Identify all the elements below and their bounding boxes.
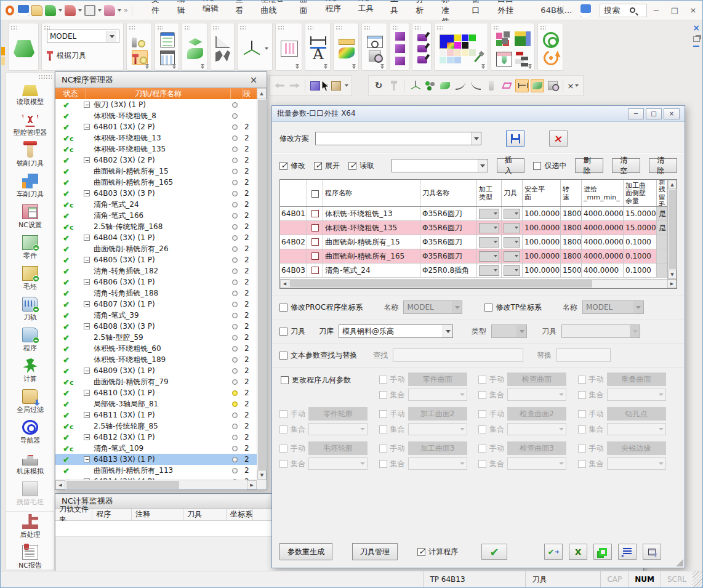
program-tree-row[interactable]: 64B06 (3X) (1 P) 2 (55, 276, 257, 288)
dropdown-arrow-icon[interactable] (118, 9, 121, 12)
distance-measure-icon[interactable] (310, 36, 326, 45)
list-up-button[interactable] (643, 544, 661, 560)
pm-titlebar[interactable]: NC程序管理器 × (55, 72, 267, 88)
bulb-icon[interactable] (232, 268, 244, 274)
table-scroll-down-icon[interactable]: ▼ (668, 270, 677, 279)
expander-icon[interactable] (84, 456, 90, 462)
bulb-icon[interactable] (232, 191, 244, 196)
purple-tool2-icon[interactable] (417, 45, 427, 52)
program-tree-row[interactable]: 局部铣-3轴局部_81 2 (55, 398, 257, 409)
program-tree-row[interactable]: 2.5轴-型腔_59 2 (55, 332, 257, 343)
pm-close-icon[interactable]: × (247, 75, 260, 86)
scheme-combobox[interactable] (315, 132, 481, 145)
set-checkbox[interactable]: 集合 (279, 459, 305, 469)
program-tree-row[interactable]: c 清角-笔式_109 2 (55, 443, 257, 454)
ruler-measure-icon[interactable] (339, 39, 355, 45)
dropdown-arrow-icon[interactable] (265, 47, 268, 50)
clear-button[interactable]: 清除 (649, 158, 677, 173)
pm-scroll-down-icon[interactable]: ▼ (257, 470, 267, 480)
program-tree-row[interactable]: c 2.5轴-传统轮廓_168 2 (55, 221, 257, 232)
geometry-button[interactable]: 重叠曲面 (607, 373, 666, 386)
monitor-column-header[interactable]: 刀具 (183, 509, 227, 520)
pm-scroll-up-icon[interactable]: ▲ (257, 88, 267, 99)
sidebar-item[interactable]: 残留毛坯 (6, 479, 54, 510)
bulb-icon[interactable] (232, 113, 244, 119)
bulb-icon[interactable] (232, 158, 244, 163)
cutter-select[interactable] (504, 251, 520, 262)
dialog-titlebar[interactable]: 批量参数-口口外挂 X64 − □ × (272, 106, 685, 122)
rainbow-analysis-icon[interactable] (339, 47, 355, 58)
program-tree-row[interactable]: 体积铣-环绕粗铣_189 2 (55, 354, 257, 365)
header-feed[interactable]: 进给 _mm_min_ (582, 180, 624, 206)
table-scroll-right-icon[interactable]: ▶ (667, 280, 677, 288)
expander-icon[interactable] (84, 434, 90, 440)
save-scheme-button[interactable] (506, 131, 524, 147)
table-scroll-left-icon[interactable]: ◀ (280, 280, 289, 288)
find-window-icon[interactable] (367, 36, 383, 48)
pm-resize-grip[interactable] (257, 480, 267, 489)
geometry-button[interactable]: 毛坯轮廓 (308, 441, 368, 455)
overflow-chevron-icon[interactable]: » (124, 6, 128, 14)
program-tree-row[interactable]: 64B09 (3X) (1 P) 2 (55, 365, 257, 376)
cutter-select[interactable] (504, 265, 520, 276)
program-tree-row[interactable]: 曲面铣削-精铣所有_113 2 (55, 465, 257, 476)
confirm-button[interactable]: ✔ (481, 544, 507, 560)
text-annotation-icon[interactable]: A (313, 47, 323, 61)
app-badge-icon[interactable] (580, 4, 591, 17)
csys-axes-icon[interactable] (243, 39, 261, 58)
current-color-swatch[interactable] (440, 34, 454, 49)
tool-pink-icon[interactable] (104, 5, 115, 16)
refresh-icon[interactable]: ↻ (372, 79, 385, 92)
geometry-button[interactable]: 加工曲面2 (408, 407, 467, 421)
row-checkbox[interactable] (307, 264, 323, 277)
geometry-button[interactable]: 加工曲面3 (408, 441, 467, 455)
header-stock[interactable]: 加工曲 面侧壁 余量 (624, 180, 657, 206)
tool-name-combobox[interactable] (561, 324, 640, 338)
surface-filter-icon[interactable] (438, 79, 452, 92)
program-tree-row[interactable]: 64B05 (3X) (1 P) 2 (55, 254, 257, 265)
cutter-select[interactable] (504, 223, 520, 233)
set-checkbox[interactable]: 集合 (279, 424, 305, 435)
sidebar-item[interactable]: 计算 (6, 356, 54, 387)
set-checkbox[interactable]: 集合 (478, 390, 504, 400)
tool-filter-icon[interactable] (484, 79, 498, 92)
monitor-column-header[interactable]: 刀轨文件夹 (55, 509, 92, 520)
manual-checkbox[interactable]: 手动 (478, 409, 504, 419)
find-replace-checkbox[interactable]: 文本参数查找与替换 (279, 350, 357, 361)
set-select[interactable] (507, 423, 566, 435)
insert-button[interactable]: 插入 (497, 158, 525, 173)
visibility-filter-icon[interactable] (531, 79, 544, 92)
back-icon[interactable] (273, 79, 286, 92)
bulb-icon[interactable] (232, 435, 244, 440)
manual-checkbox[interactable]: 手动 (379, 374, 405, 385)
find-input[interactable] (393, 348, 523, 362)
solid-filter-icon[interactable] (546, 79, 560, 92)
dropdown-arrow-icon[interactable] (58, 9, 62, 12)
curve2-filter-icon[interactable] (469, 79, 483, 92)
expander-icon[interactable] (84, 235, 90, 241)
modify-proc-csys-checkbox[interactable]: 修改PROC程序坐标系 (279, 302, 363, 313)
model-combobox[interactable]: MODEL (47, 30, 119, 43)
only-selected-checkbox[interactable]: 仅选中 (533, 161, 566, 171)
sidebar-item[interactable]: 后处理 (6, 511, 54, 542)
program-tree-row[interactable]: c 体积铣-环绕粗铣_13 2 (55, 132, 257, 143)
bulb-icon[interactable] (232, 135, 244, 141)
ribbon-collapse-icon[interactable] (693, 46, 699, 47)
program-tree-row[interactable]: c 清角-笔式_24 2 (55, 199, 257, 210)
set-checkbox[interactable]: 集合 (578, 390, 604, 400)
polyline-icon[interactable] (215, 50, 230, 62)
program-tree-row[interactable]: 体积铣-环绕粗铣_60 2 (55, 343, 257, 354)
expander-icon[interactable] (84, 124, 90, 130)
layers-icon[interactable] (188, 38, 202, 46)
dialog-maximize-button[interactable]: □ (646, 108, 662, 119)
program-tree-row[interactable]: 64B10 (3X) (1 P) 2 (55, 387, 257, 398)
sidebar-item[interactable]: 车削刀具 (6, 171, 54, 202)
clear-selection-icon[interactable]: × (566, 79, 580, 92)
open-folder-icon[interactable] (31, 5, 42, 16)
bulb-icon[interactable] (232, 124, 244, 130)
geometry-button[interactable]: 检查曲面 (507, 373, 566, 386)
manual-checkbox[interactable]: 手动 (578, 374, 604, 385)
bulb-icon[interactable] (232, 446, 244, 451)
set-select[interactable] (507, 457, 566, 470)
bulb-icon[interactable] (232, 368, 244, 374)
